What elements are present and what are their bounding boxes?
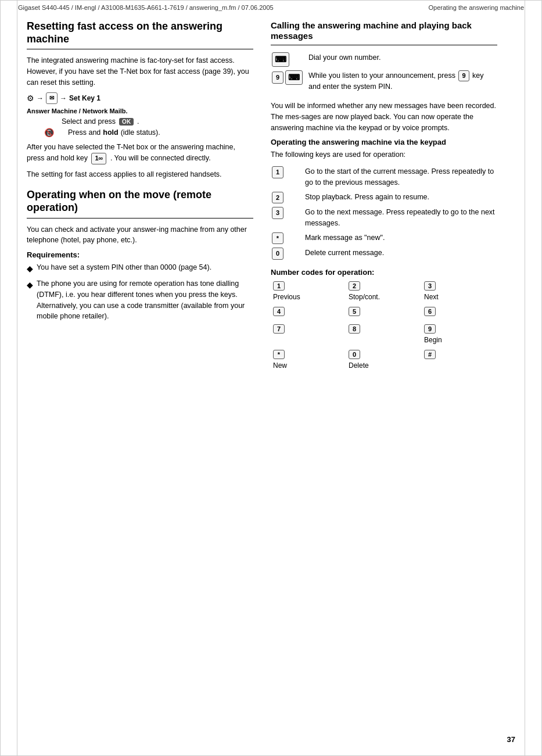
num9-icon: 9	[272, 71, 283, 84]
phone-end-icon: 📵	[44, 128, 54, 137]
section1-body2: After you have selected the T-Net box or…	[27, 142, 253, 164]
num-item-star: * New	[273, 350, 344, 370]
num-item-4: 4	[273, 307, 344, 318]
key3-cell: 3	[272, 207, 304, 231]
section1-body3: The setting for fast access applies to a…	[27, 169, 253, 180]
num-label-0: Delete	[349, 361, 369, 370]
grid-key-4: 4	[273, 307, 285, 316]
header-left: Gigaset S440-445 / IM-engl / A31008-M163…	[18, 4, 274, 11]
num-item-5: 5	[349, 307, 419, 318]
bullet-icon: ◆	[27, 279, 33, 291]
key2-cell: 2	[272, 192, 304, 206]
table-row: 7 8 9 Begin	[271, 323, 497, 349]
nav-submenu-line: Answer Machine / Network Mailb.	[27, 106, 253, 115]
num-cell-star: * New	[271, 349, 346, 374]
icon2-icon-row: 9 ⌨	[272, 70, 303, 85]
icon1-desc: Dial your own number.	[308, 53, 381, 62]
num-item-7: 7	[273, 324, 344, 336]
num-item-2: 2 Stop/cont.	[349, 281, 419, 301]
margin-line-left	[17, 1, 17, 755]
keystar-desc-cell: Mark message as "new".	[305, 232, 496, 247]
num-cell-1: 1 Previous	[271, 280, 346, 306]
table-row: ⌨ Dial your own number.	[272, 52, 496, 69]
grid-key-3: 3	[424, 281, 436, 291]
main-content: Resetting fast access on the answering m…	[1, 15, 541, 386]
list-item: ◆ The phone you are using for remote ope…	[27, 278, 253, 322]
num-item-3: 3 Next	[424, 281, 495, 301]
key-desc-table: 1 Go to the start of the current message…	[271, 165, 497, 263]
key9-box: 9	[458, 70, 469, 81]
nav-line1: ⚙ → ✉ → Set Key 1	[27, 92, 253, 104]
page-number: 37	[507, 735, 515, 744]
table-row: 4 5 6	[271, 306, 497, 323]
key1-icon: 1∞	[91, 153, 106, 164]
icon1-cell: ⌨	[272, 52, 307, 69]
table-row: * New 0 Delete #	[271, 349, 497, 374]
section2-divider	[27, 218, 253, 218]
grid2-icon: ⌨	[285, 70, 303, 85]
right-body1: You will be informed whether any new mes…	[271, 101, 497, 133]
table-row: * Mark message as "new".	[272, 232, 496, 247]
num-item-8: 8	[349, 324, 419, 336]
ok-icon: OK	[119, 118, 134, 126]
grid-key-7: 7	[273, 324, 285, 334]
num-cell-7: 7	[271, 323, 346, 349]
grid-key-9: 9	[424, 324, 436, 334]
grid-key-hash: #	[424, 350, 436, 359]
grid-key-8: 8	[349, 324, 360, 334]
section1-divider	[27, 49, 253, 49]
key1-cell: 1	[272, 166, 304, 191]
icon2-desc: While you listen to your announcement, p…	[308, 71, 483, 91]
num-label-3: Next	[424, 293, 439, 301]
key0-desc-cell: Delete current message.	[305, 248, 496, 262]
bullet2-text: The phone you are using for remote opera…	[37, 278, 253, 322]
num-label-2: Stop/cont.	[349, 293, 380, 301]
table-row: 1 Previous 2 Stop/cont. 3 Next	[271, 280, 497, 306]
key0-box: 0	[272, 248, 283, 260]
margin-line-right	[525, 1, 525, 755]
bullet-icon: ◆	[27, 263, 33, 275]
num-cell-hash: #	[422, 349, 497, 374]
keypad-title: Operating the answering machine via the …	[271, 138, 497, 146]
key1-box: 1	[272, 166, 283, 178]
arrow2: →	[60, 94, 67, 102]
num-cell-5: 5	[346, 306, 422, 323]
num-label-star: New	[273, 361, 287, 370]
num-item-9: 9 Begin	[424, 324, 495, 344]
num-cell-2: 2 Stop/cont.	[346, 280, 422, 306]
table-row: 9 ⌨ While you listen to your announcemen…	[272, 70, 496, 95]
num-item-6: 6	[424, 307, 495, 318]
key3-box: 3	[272, 207, 283, 219]
icon-table: ⌨ Dial your own number. 9 ⌨	[271, 51, 497, 96]
section1-body1: The integrated answering machine is fac-…	[27, 55, 253, 88]
calling-divider	[271, 45, 497, 45]
calling-title: Calling the answering machine and playin…	[271, 20, 497, 41]
grid-key-0: 0	[349, 350, 360, 359]
table-row: 3 Go to the next message. Press repeated…	[272, 207, 496, 231]
select-press-line: Select and press OK .	[27, 117, 253, 126]
press-hold-line: 📵 Press and hold (idle status).	[27, 128, 253, 137]
select-text: Select and press	[62, 117, 116, 126]
keypad-intro: The following keys are used for operatio…	[271, 149, 497, 160]
page-container: Gigaset S440-445 / IM-engl / A31008-M163…	[0, 0, 542, 756]
keystar-box: *	[272, 232, 283, 245]
right-column: Calling the answering machine and playin…	[271, 20, 497, 374]
key2-desc-cell: Stop playback. Press again to resume.	[305, 192, 496, 206]
icon1-desc-cell: Dial your own number.	[308, 52, 496, 69]
set-key-label: Set Key 1	[69, 94, 100, 102]
arrow1: →	[37, 94, 44, 102]
bullet1-text: You have set a system PIN other than 000…	[37, 262, 211, 273]
num-cell-4: 4	[271, 306, 346, 323]
num-label-9: Begin	[424, 336, 442, 344]
header-right: Operating the answering machine	[429, 4, 524, 11]
key3-desc-cell: Go to the next message. Press repeatedly…	[305, 207, 496, 231]
num-item-1: 1 Previous	[273, 281, 344, 301]
keystar-cell: *	[272, 232, 304, 247]
header-bar: Gigaset S440-445 / IM-engl / A31008-M163…	[1, 1, 541, 15]
section2-title: Operating when on the move (remote opera…	[27, 189, 253, 214]
hold-text: hold	[103, 128, 118, 137]
section2-body1: You can check and activate your answer-i…	[27, 224, 253, 246]
num-cell-0: 0 Delete	[346, 349, 422, 374]
num-cell-3: 3 Next	[422, 280, 497, 306]
section1-title: Resetting fast access on the answering m…	[27, 20, 253, 45]
